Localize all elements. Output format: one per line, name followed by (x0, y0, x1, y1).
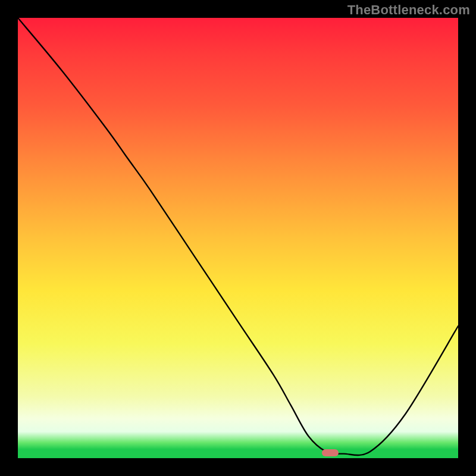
chart-frame: TheBottleneck.com (0, 0, 476, 476)
watermark-text: TheBottleneck.com (347, 2, 470, 18)
plot-area (18, 18, 458, 458)
bottleneck-curve (18, 18, 458, 458)
optimal-marker (322, 449, 339, 456)
